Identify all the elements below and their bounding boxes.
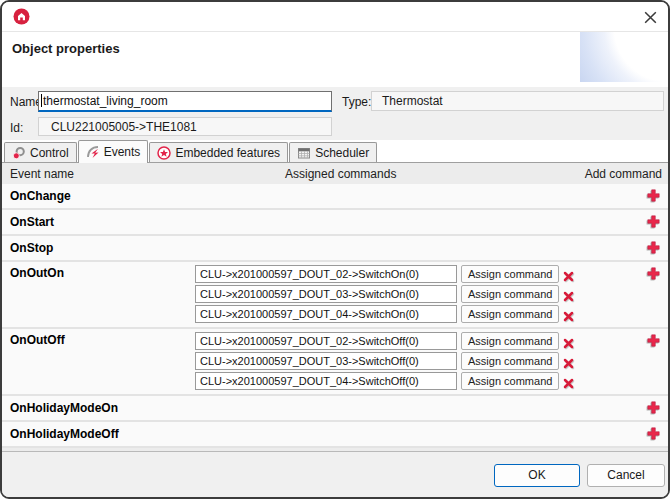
add-command-plus-icon[interactable] (647, 188, 661, 202)
assigned-command-line: CLU->x201000597_DOUT_02->SwitchOff(0) As… (195, 332, 668, 350)
event-row: OnHolidayModeOn (2, 396, 668, 422)
grenton-logo-icon (13, 8, 30, 25)
id-value-field: CLU221005005->THE1081 (38, 117, 332, 136)
tab-scheduler[interactable]: Scheduler (289, 142, 377, 162)
column-header-add-command: Add command (585, 167, 662, 181)
event-name: OnStop (10, 241, 53, 255)
delete-command-x-icon[interactable] (563, 288, 575, 300)
type-label: Type: (342, 95, 371, 109)
column-header-assigned-commands: Assigned commands (285, 167, 396, 181)
command-list: CLU->x201000597_DOUT_02->SwitchOff(0) As… (195, 332, 668, 390)
event-name: OnHolidayModeOff (10, 427, 119, 441)
command-input[interactable]: CLU->x201000597_DOUT_02->SwitchOn(0) (195, 265, 457, 283)
command-input[interactable]: CLU->x201000597_DOUT_04->SwitchOn(0) (195, 305, 457, 323)
dialog-header: Object properties (2, 32, 668, 87)
tab-label: Events (104, 145, 141, 159)
tab-label: Embedded features (175, 146, 280, 160)
add-command-plus-icon[interactable] (647, 240, 661, 254)
tab-bar: Control Events Embedded features Schedul… (4, 140, 668, 162)
header-swoosh-decoration (580, 32, 668, 82)
event-name: OnStart (10, 215, 54, 229)
event-name: OnOutOff (10, 333, 65, 347)
dialog-footer: OK Cancel (2, 451, 668, 497)
add-command-plus-icon[interactable] (647, 214, 661, 228)
cancel-button[interactable]: Cancel (587, 464, 665, 487)
tab-events[interactable]: Events (78, 140, 149, 163)
events-table: Event name Assigned commands Add command… (2, 162, 668, 451)
control-wrench-icon (12, 146, 26, 160)
tab-embedded-features[interactable]: Embedded features (149, 142, 288, 162)
column-header-event-name: Event name (10, 167, 74, 181)
id-label: Id: (10, 121, 23, 135)
command-input[interactable]: CLU->x201000597_DOUT_03->SwitchOn(0) (195, 285, 457, 303)
assign-command-button[interactable]: Assign command (461, 352, 559, 370)
event-row: OnHolidayModeOff (2, 422, 668, 448)
event-row: OnOutOff CLU->x201000597_DOUT_02->Switch… (2, 329, 668, 396)
event-name: OnOutOn (10, 266, 64, 280)
assign-command-button[interactable]: Assign command (461, 265, 559, 283)
command-input[interactable]: CLU->x201000597_DOUT_02->SwitchOff(0) (195, 332, 457, 350)
tab-label: Scheduler (315, 146, 369, 160)
text-caret (41, 94, 42, 107)
command-list: CLU->x201000597_DOUT_02->SwitchOn(0) Ass… (195, 265, 668, 323)
title-bar (2, 2, 668, 32)
assign-command-button[interactable]: Assign command (461, 285, 559, 303)
delete-command-x-icon[interactable] (563, 335, 575, 347)
assigned-command-line: CLU->x201000597_DOUT_02->SwitchOn(0) Ass… (195, 265, 668, 283)
embedded-features-star-icon (157, 146, 171, 160)
command-input[interactable]: CLU->x201000597_DOUT_04->SwitchOff(0) (195, 372, 457, 390)
assigned-command-line: CLU->x201000597_DOUT_03->SwitchOn(0) Ass… (195, 285, 668, 303)
delete-command-x-icon[interactable] (563, 375, 575, 387)
ok-button[interactable]: OK (494, 464, 580, 487)
add-command-plus-icon[interactable] (647, 400, 661, 414)
event-name: OnHolidayModeOn (10, 401, 118, 415)
object-form: Name: thermostat_living_room Type: Therm… (2, 87, 668, 140)
add-command-plus-icon[interactable] (647, 426, 661, 440)
page-title: Object properties (12, 41, 120, 56)
event-row: OnStart (2, 210, 668, 236)
add-command-plus-icon[interactable] (647, 333, 661, 347)
event-row: OnOutOn CLU->x201000597_DOUT_02->SwitchO… (2, 262, 668, 329)
object-properties-dialog: Object properties Name: thermostat_livin… (0, 0, 670, 499)
command-input[interactable]: CLU->x201000597_DOUT_03->SwitchOff(0) (195, 352, 457, 370)
event-name: OnChange (10, 189, 71, 203)
close-icon[interactable] (644, 10, 657, 23)
assigned-command-line: CLU->x201000597_DOUT_04->SwitchOff(0) As… (195, 372, 668, 390)
events-table-header: Event name Assigned commands Add command (2, 163, 668, 184)
delete-command-x-icon[interactable] (563, 268, 575, 280)
tab-label: Control (30, 146, 69, 160)
assign-command-button[interactable]: Assign command (461, 305, 559, 323)
delete-command-x-icon[interactable] (563, 308, 575, 320)
events-lightning-icon (86, 145, 100, 159)
events-rows: OnChange OnStart OnStop OnOutOn CLU->x20… (2, 184, 668, 448)
event-row: OnChange (2, 184, 668, 210)
assign-command-button[interactable]: Assign command (461, 372, 559, 390)
tab-control[interactable]: Control (4, 142, 77, 162)
type-value-field: Thermostat (371, 91, 664, 111)
delete-command-x-icon[interactable] (563, 355, 575, 367)
assign-command-button[interactable]: Assign command (461, 332, 559, 350)
event-row: OnStop (2, 236, 668, 262)
add-command-plus-icon[interactable] (647, 266, 661, 280)
assigned-command-line: CLU->x201000597_DOUT_03->SwitchOff(0) As… (195, 352, 668, 370)
scheduler-calendar-icon (297, 146, 311, 160)
name-input[interactable]: thermostat_living_room (38, 91, 332, 112)
assigned-command-line: CLU->x201000597_DOUT_04->SwitchOn(0) Ass… (195, 305, 668, 323)
